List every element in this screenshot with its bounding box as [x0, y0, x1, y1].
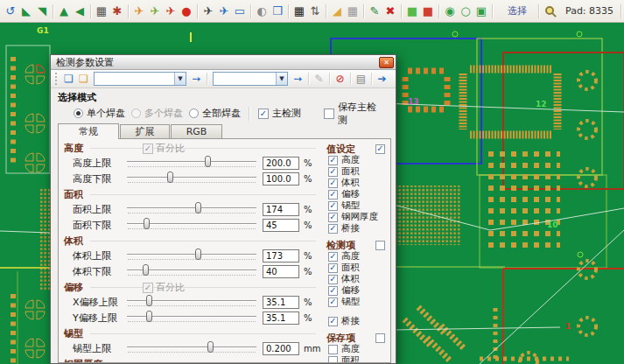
checkbox-icon[interactable] [324, 108, 334, 119]
preset-combo-2[interactable]: ▼ [213, 72, 288, 86]
undo-icon[interactable]: ↺ [3, 0, 18, 22]
volume-lower-input[interactable] [263, 265, 299, 278]
circle-dot-icon[interactable]: ◉ [442, 0, 458, 22]
checkbox-icon[interactable] [328, 252, 338, 262]
pin-dark-icon[interactable]: ✈ [200, 0, 216, 22]
radio-icon[interactable] [189, 108, 199, 118]
toolbar-grip[interactable] [55, 73, 57, 85]
grid-icon[interactable]: ▦ [345, 0, 361, 22]
rect-select-icon[interactable]: ▭ [232, 0, 248, 22]
checkbox-icon[interactable] [328, 345, 338, 354]
y-offset-slider[interactable] [127, 311, 256, 325]
edit-chart-icon[interactable]: ✎ [367, 0, 382, 22]
marker-icon[interactable]: ● [179, 0, 194, 22]
detect-item[interactable]: 桥接 [326, 316, 385, 326]
detect-item[interactable]: 偏移 [326, 285, 385, 296]
value-set-item[interactable]: 体积 [326, 178, 385, 188]
slider-thumb[interactable] [195, 248, 201, 260]
height-upper-slider[interactable] [127, 156, 256, 170]
checkbox-icon[interactable] [328, 167, 338, 177]
slider-thumb[interactable] [205, 156, 211, 167]
area-upper-slider[interactable] [127, 202, 256, 216]
pin-red-icon[interactable]: ✈ [163, 0, 179, 22]
slider-thumb[interactable] [195, 202, 201, 214]
checkbox-icon[interactable] [328, 356, 338, 364]
sort-icon[interactable]: ⇅ [307, 0, 323, 22]
checkbox-icon[interactable] [328, 263, 338, 273]
select-mode-button[interactable]: 选择 [508, 4, 527, 18]
slider-thumb[interactable] [146, 295, 152, 306]
flip-right-icon[interactable]: ◥ [34, 0, 50, 22]
value-set-item[interactable]: 钢网厚度 [326, 212, 385, 222]
value-set-item[interactable]: 面积 [326, 166, 385, 177]
area-lower-slider[interactable] [127, 218, 256, 232]
close-button[interactable]: ✕ [379, 57, 394, 68]
height-upper-input[interactable] [263, 157, 299, 170]
save-items-all-checkbox[interactable] [375, 333, 385, 343]
tools-icon[interactable]: ✱ [109, 0, 125, 22]
checkbox-icon[interactable] [328, 275, 338, 284]
checkbox-icon[interactable] [328, 298, 338, 307]
area-lower-input[interactable] [263, 219, 299, 232]
detect-item[interactable]: 面积 [326, 262, 385, 273]
volume-lower-slider[interactable] [127, 264, 256, 278]
sphere-icon[interactable]: ◐ [254, 0, 270, 22]
pin-green-icon[interactable]: ✈ [147, 0, 163, 22]
checkbox-icon[interactable] [328, 213, 338, 222]
magnifier-icon[interactable] [545, 6, 554, 15]
tab-extended[interactable]: 扩展 [120, 124, 170, 138]
solder-shape-upper-slider[interactable] [127, 341, 256, 355]
slider-thumb[interactable] [207, 341, 214, 353]
preset-save-icon[interactable]: ❏ [61, 70, 76, 88]
checkbox-icon[interactable] [328, 156, 338, 165]
detect-item[interactable]: 体积 [326, 274, 385, 284]
red-square-icon[interactable]: ■ [420, 0, 436, 22]
slider-thumb[interactable] [144, 218, 150, 229]
tab-rgb[interactable]: RGB [171, 124, 222, 138]
preset-load-icon[interactable]: ❏ [76, 70, 91, 88]
delete-icon[interactable]: ✖ [382, 0, 398, 22]
checkbox-icon[interactable] [328, 201, 338, 211]
dialog-titlebar[interactable]: 检测参数设置 ✕ [51, 55, 396, 70]
value-set-all-checkbox[interactable] [375, 144, 385, 154]
apply-left-icon[interactable]: ➙ [189, 70, 204, 88]
checkbox-icon[interactable] [258, 108, 269, 119]
cone-icon[interactable]: ◀ [72, 0, 88, 22]
green-square-icon[interactable]: ■ [404, 0, 420, 22]
height-lower-input[interactable] [263, 172, 299, 186]
cancel-icon[interactable]: ⊘ [333, 70, 347, 88]
camera-icon[interactable]: ❒ [270, 0, 285, 22]
save-item[interactable]: 面积 [326, 355, 385, 363]
x-offset-input[interactable] [263, 296, 299, 309]
solder-shape-upper-input[interactable] [263, 342, 299, 355]
image-icon[interactable]: ▦ [94, 0, 109, 22]
value-set-item[interactable]: 高度 [326, 155, 385, 165]
exit-icon[interactable]: ➔ [375, 70, 389, 88]
detect-item[interactable]: 高度 [326, 251, 385, 262]
preset-combo-1[interactable]: ▼ [94, 72, 186, 86]
value-set-item[interactable]: 桥接 [326, 223, 385, 234]
circle-outline-icon[interactable]: ○ [458, 0, 473, 22]
pin-orange-icon[interactable]: ✈ [131, 0, 147, 22]
prism-icon[interactable]: ▲ [56, 0, 72, 22]
ruler-icon[interactable]: ◢ [329, 0, 345, 22]
radio-single-pad[interactable]: 单个焊盘 [74, 107, 131, 120]
slider-thumb[interactable] [146, 311, 152, 322]
save-item[interactable]: 高度 [326, 344, 385, 354]
radio-icon[interactable] [74, 108, 83, 118]
tab-general[interactable]: 常规 [58, 123, 119, 139]
apply-right-icon[interactable]: ➙ [291, 70, 305, 88]
flip-left-icon[interactable]: ◣ [18, 0, 34, 22]
area-upper-input[interactable] [263, 203, 299, 216]
checkbox-icon[interactable] [328, 317, 338, 326]
value-set-item[interactable]: 锡型 [326, 200, 385, 211]
square-outline-icon[interactable]: ▣ [473, 0, 489, 22]
y-offset-input[interactable] [263, 312, 299, 325]
checkbox-icon[interactable] [328, 190, 338, 200]
chevron-down-icon[interactable]: ▼ [276, 73, 287, 85]
x-offset-slider[interactable] [127, 295, 256, 309]
checkbox-icon[interactable] [328, 286, 338, 296]
radio-all-pads[interactable]: 全部焊盘 [189, 107, 247, 120]
main-detect-checkbox-option[interactable]: 主检测 [258, 107, 317, 120]
volume-upper-input[interactable] [263, 249, 299, 262]
